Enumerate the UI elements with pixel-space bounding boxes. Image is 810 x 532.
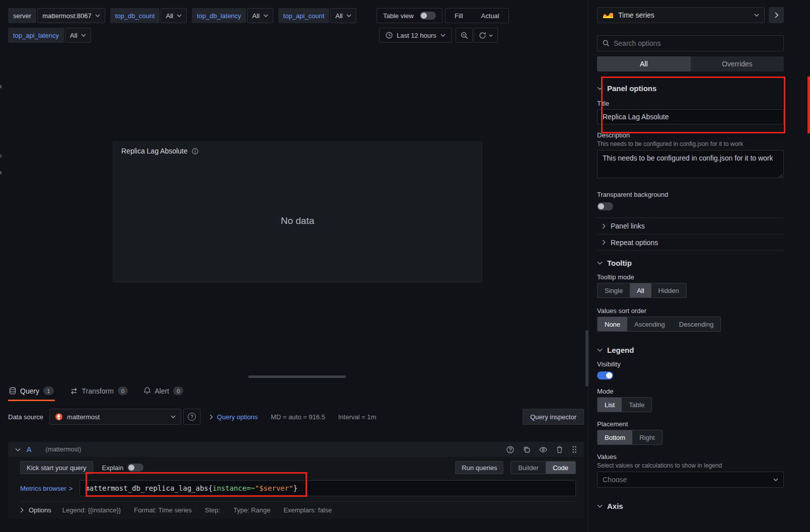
query-row-actions [506,445,577,453]
variable-top-db-latency-dropdown[interactable]: All [247,8,273,23]
options-search-input[interactable] [614,39,778,47]
format-summary: Format: Time series [134,506,192,514]
transparent-background-label: Transparent background [597,191,784,198]
transform-icon [70,388,78,395]
options-search[interactable] [597,35,784,51]
explain-toggle[interactable] [127,464,143,472]
legend-values-select[interactable]: Choose [597,472,784,488]
panel-title: Replica Lag Absolute [121,147,188,155]
toggle-knob [128,465,134,471]
zoom-out-icon [461,32,468,39]
info-icon [192,148,198,155]
scrollbar-thumb[interactable] [585,330,588,387]
tooltip-section-header[interactable]: Tooltip [597,259,784,267]
chevron-down-icon [440,34,446,37]
legend-visibility-toggle[interactable] [597,371,613,379]
legend-mode-table[interactable]: Table [622,398,651,412]
repeat-options-row[interactable]: Repeat options [597,234,784,251]
query-ref-id: A [27,445,31,453]
edge-text-fragment: b [0,153,2,159]
refresh-button[interactable] [474,28,498,43]
builder-mode-option[interactable]: Builder [511,462,545,474]
variable-top-db-count-dropdown[interactable]: All [161,8,186,23]
visualization-picker[interactable]: Time series [597,7,765,23]
type-summary: Type: Range [233,506,270,514]
query-toolbar-right: Run queries Builder Code [455,461,576,474]
variable-server-dropdown[interactable]: mattermost:8067 [37,8,105,23]
variable-server-value: mattermost:8067 [42,12,92,20]
legend-section-header[interactable]: Legend [597,346,784,354]
query-row-header[interactable]: A (mattermost) [8,442,584,457]
help-circle-icon[interactable] [506,446,514,453]
exemplars-summary: Exemplars: false [283,506,332,514]
chevron-down-icon [597,504,603,508]
eye-icon[interactable] [539,447,547,452]
query-options-toggle[interactable]: Query options [209,413,258,421]
tooltip-mode-all[interactable]: All [630,283,651,297]
explain-control: Explain [102,464,144,472]
tooltip-mode-single[interactable]: Single [598,283,630,297]
panel-body: No data [113,160,482,282]
datasource-help-button[interactable]: ? [183,409,200,425]
tab-alert-count-badge: 0 [173,387,183,395]
chevron-down-icon [171,415,176,418]
query-options-label: Query options [217,413,258,421]
placement-right[interactable]: Right [632,430,661,444]
transparent-background-toggle[interactable] [597,202,613,210]
axis-section-header[interactable]: Axis [597,502,784,510]
placement-bottom[interactable]: Bottom [598,430,632,444]
query-row-card: A (mattermost) Kick start your query Exp… [8,442,584,518]
drag-grip-icon[interactable] [572,445,577,453]
variable-top-api-latency-dropdown[interactable]: All [65,28,91,43]
chevron-down-icon [754,14,759,17]
legend-placement-group: Bottom Right [597,430,662,445]
actual-option[interactable]: Actual [472,9,508,23]
query-options-summary-row[interactable]: Options Legend: {{instance}} Format: Tim… [20,501,576,518]
duplicate-icon[interactable] [523,446,530,453]
table-view-toggle[interactable] [420,12,436,20]
variable-top-db-latency-value: All [252,12,259,20]
kick-start-query-button[interactable]: Kick start your query [20,461,93,474]
time-range-label: Last 12 hours [397,32,436,39]
fill-option[interactable]: Fill [446,9,472,23]
tab-transform[interactable]: Transform 0 [69,385,129,401]
legend-mode-list[interactable]: List [598,398,622,412]
tab-alert[interactable]: Alert 0 [143,385,184,401]
variable-top-api-count-dropdown[interactable]: All [330,8,356,23]
toggle-knob [606,372,612,378]
axis-section-title: Axis [607,502,623,510]
datasource-name: mattermost [67,413,100,421]
sort-ascending[interactable]: Ascending [627,317,672,331]
time-range-picker[interactable]: Last 12 hours [379,28,452,43]
zoom-out-button[interactable] [456,28,473,43]
edge-text-fragment: a [0,169,2,175]
query-inspector-button[interactable]: Query inspector [523,409,584,425]
run-queries-button[interactable]: Run queries [455,461,503,474]
chevron-right-icon [775,12,778,18]
filter-tab-overrides[interactable]: Overrides [691,56,784,71]
sort-descending[interactable]: Descending [672,317,721,331]
promql-query-input[interactable]: mattermost_db_replica_lag_abs{instance=~… [80,480,576,496]
filter-tab-all[interactable]: All [597,56,691,71]
panel-options-section-header[interactable]: Panel options [597,84,784,93]
grafana-panel-edit-screen: server mattermost:8067 top_db_count All … [0,0,810,532]
trash-icon[interactable] [556,446,563,453]
panel-title-input[interactable] [597,109,784,124]
metrics-browser-button[interactable]: Metrics browser > [20,485,72,492]
tab-query[interactable]: Query 1 [8,385,55,401]
description-field-label: Description [597,131,784,139]
datasource-picker[interactable]: mattermost [49,409,181,425]
panel-header[interactable]: Replica Lag Absolute [113,142,482,160]
pane-divider [588,0,588,532]
collapse-options-pane-button[interactable] [769,7,784,23]
code-mode-option[interactable]: Code [546,462,575,474]
sort-none[interactable]: None [598,317,627,331]
panel-description-textarea[interactable]: This needs to be configured in config.js… [597,150,784,178]
legend-values-hint: Select values or calculations to show in… [597,462,784,469]
panel-links-row[interactable]: Panel links [597,217,784,234]
variable-top-db-count-label: top_db_count [110,8,160,23]
tooltip-mode-hidden[interactable]: Hidden [651,283,686,297]
legend-visibility-label: Visibility [597,360,784,368]
editor-resize-handle[interactable] [248,375,346,378]
tooltip-section-title: Tooltip [607,259,632,267]
